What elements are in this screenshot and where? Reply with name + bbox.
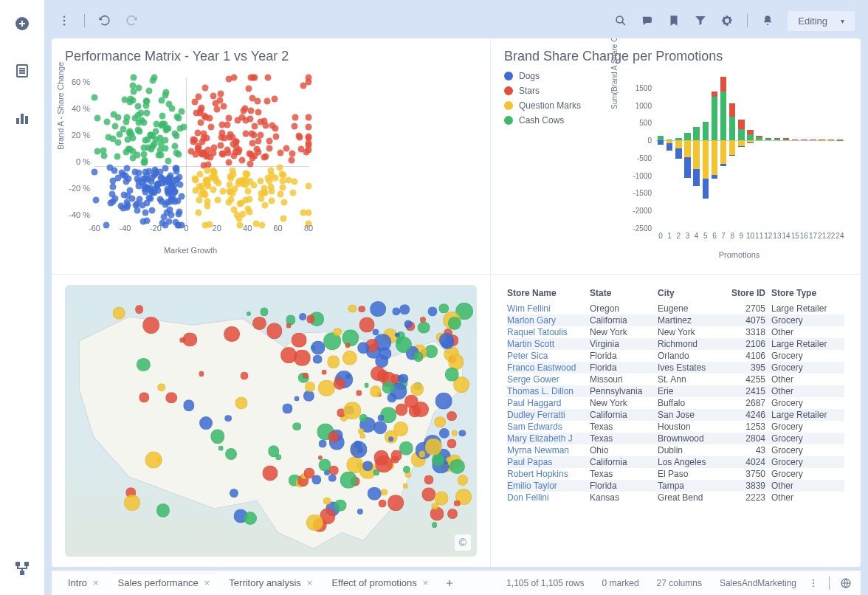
legend-item[interactable]: Cash Cows xyxy=(504,115,581,125)
scatter-point[interactable] xyxy=(217,142,224,148)
map-marker[interactable] xyxy=(387,393,396,402)
scatter-point[interactable] xyxy=(200,188,207,194)
table-row[interactable]: Dudley FerrattiCaliforniaSan Jose4246Lar… xyxy=(507,409,844,421)
table-row[interactable]: Robert HopkinsTexasEl Paso3750Grocery xyxy=(507,468,844,480)
bar-segment[interactable] xyxy=(684,140,691,157)
scatter-point[interactable] xyxy=(172,143,179,150)
scatter-point[interactable] xyxy=(172,188,179,195)
map-marker[interactable] xyxy=(313,354,323,364)
table-row[interactable]: Myrna NewmanOhioDublin43Grocery xyxy=(507,444,844,456)
map-marker[interactable] xyxy=(303,467,314,478)
scatter-point[interactable] xyxy=(94,114,100,121)
map-marker[interactable] xyxy=(393,422,408,436)
scatter-point[interactable] xyxy=(124,204,131,210)
scatter-point[interactable] xyxy=(136,119,142,125)
map-marker[interactable] xyxy=(218,446,224,451)
scatter-point[interactable] xyxy=(176,173,182,180)
map-marker[interactable] xyxy=(400,304,410,314)
scatter-point[interactable] xyxy=(235,117,241,124)
scatter-point[interactable] xyxy=(296,133,303,140)
scatter-point[interactable] xyxy=(243,131,249,137)
scatter-point[interactable] xyxy=(264,75,271,81)
bar-segment[interactable] xyxy=(729,103,736,117)
map-marker[interactable] xyxy=(447,411,457,422)
table-row[interactable]: Paul PapasCaliforniaLos Angeles4024Groce… xyxy=(507,456,844,468)
bar-segment[interactable] xyxy=(658,140,664,145)
bar-segment[interactable] xyxy=(756,136,762,137)
scatter-point[interactable] xyxy=(142,159,148,166)
globe-icon[interactable] xyxy=(840,577,852,589)
scatter-point[interactable] xyxy=(272,96,278,103)
map-marker[interactable] xyxy=(364,383,369,388)
map-marker[interactable] xyxy=(166,392,178,404)
scatter-point[interactable] xyxy=(261,189,268,196)
scatter-point[interactable] xyxy=(211,145,218,151)
bar-segment[interactable] xyxy=(703,179,709,199)
dataset-name[interactable]: SalesAndMarketing xyxy=(720,578,796,588)
legend-item[interactable]: Stars xyxy=(504,86,581,96)
scatter-point[interactable] xyxy=(196,197,202,204)
scatter-point[interactable] xyxy=(278,150,284,157)
column-header[interactable]: State xyxy=(590,288,658,298)
table-row[interactable]: Paul HaggardNew YorkBuffalo2687Grocery xyxy=(507,397,844,409)
scatter-point[interactable] xyxy=(162,137,169,143)
bar-chart[interactable]: Sum(Brand A Share Change Yr 1... 1500100… xyxy=(631,75,847,261)
close-icon[interactable]: × xyxy=(423,577,429,588)
scatter-point[interactable] xyxy=(181,124,187,131)
scatter-point[interactable] xyxy=(246,85,252,92)
scatter-point[interactable] xyxy=(141,144,148,151)
scatter-point[interactable] xyxy=(255,138,261,145)
scatter-point[interactable] xyxy=(142,189,148,196)
map-marker[interactable] xyxy=(262,465,278,481)
map-marker[interactable] xyxy=(418,321,430,334)
bar-segment[interactable] xyxy=(783,140,790,140)
scatter-point[interactable] xyxy=(268,198,275,204)
scatter-point[interactable] xyxy=(250,131,257,138)
page-tab[interactable]: Territory analysis× xyxy=(221,574,320,592)
scatter-point[interactable] xyxy=(148,179,155,185)
scatter-point[interactable] xyxy=(179,109,185,115)
bar-segment[interactable] xyxy=(666,143,673,151)
bar-segment[interactable] xyxy=(801,140,807,140)
scatter-point[interactable] xyxy=(204,199,211,205)
scatter-point[interactable] xyxy=(224,121,230,128)
map-marker[interactable] xyxy=(411,382,424,396)
map-marker[interactable] xyxy=(391,456,399,464)
close-icon[interactable]: × xyxy=(307,577,313,588)
map-marker[interactable] xyxy=(343,402,361,420)
scatter-point[interactable] xyxy=(197,106,204,113)
map-marker[interactable] xyxy=(224,415,232,422)
comment-icon[interactable] xyxy=(641,14,654,27)
legend-item[interactable]: Dogs xyxy=(504,71,581,81)
redo-icon[interactable] xyxy=(125,14,138,27)
mode-dropdown[interactable]: Editing ▾ xyxy=(788,11,855,31)
table-row[interactable]: Serge GowerMissouriSt. Ann4255Other xyxy=(507,374,844,385)
scatter-point[interactable] xyxy=(245,206,252,213)
scatter-point[interactable] xyxy=(150,189,156,196)
scatter-point[interactable] xyxy=(173,133,179,140)
scatter-point[interactable] xyxy=(165,158,171,165)
scatter-point[interactable] xyxy=(242,196,249,203)
map-marker[interactable] xyxy=(362,461,373,471)
scatter-point[interactable] xyxy=(232,148,239,155)
scatter-point[interactable] xyxy=(202,85,208,92)
scatter-point[interactable] xyxy=(227,188,234,195)
map-marker[interactable] xyxy=(225,448,237,460)
scatter-point[interactable] xyxy=(247,115,254,122)
scatter-point[interactable] xyxy=(219,188,226,194)
scatter-point[interactable] xyxy=(130,75,137,81)
close-icon[interactable]: × xyxy=(204,577,210,588)
bar-segment[interactable] xyxy=(738,140,745,146)
scatter-point[interactable] xyxy=(176,210,182,217)
bar-segment[interactable] xyxy=(747,130,754,134)
map-marker[interactable] xyxy=(370,301,386,317)
map-marker[interactable] xyxy=(345,343,350,348)
bars-icon[interactable] xyxy=(13,109,31,127)
map-marker[interactable] xyxy=(286,323,292,329)
map-marker[interactable] xyxy=(292,332,307,348)
scatter-point[interactable] xyxy=(162,145,169,152)
map-marker[interactable] xyxy=(280,347,297,363)
scatter-point[interactable] xyxy=(212,174,218,181)
close-icon[interactable]: × xyxy=(93,577,99,588)
gear-icon[interactable] xyxy=(720,14,734,27)
